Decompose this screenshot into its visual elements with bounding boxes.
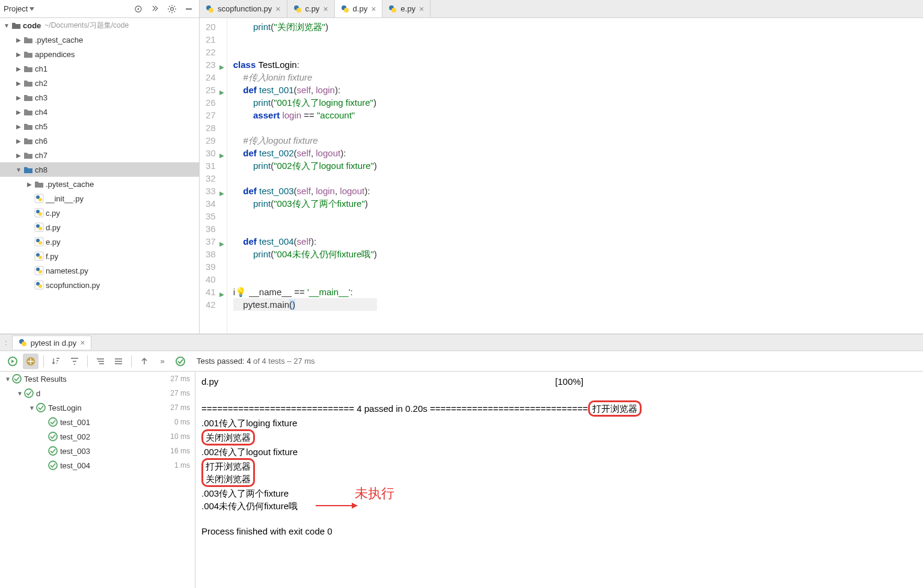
- test-node[interactable]: ▼ d 27 ms: [0, 386, 195, 400]
- python-icon: [19, 338, 27, 347]
- svg-point-6: [38, 198, 42, 201]
- svg-point-43: [49, 447, 57, 455]
- tests-summary: Tests passed: 4 of 4 tests – 27 ms: [197, 357, 315, 366]
- up-icon[interactable]: [136, 354, 152, 369]
- filter-icon[interactable]: [67, 354, 82, 369]
- tree-item[interactable]: ▶ ch2: [0, 76, 199, 90]
- test-node[interactable]: test_001 0 ms: [0, 415, 195, 429]
- svg-point-9: [38, 212, 42, 216]
- svg-point-12: [38, 227, 42, 230]
- tree-item[interactable]: ▶ ch3: [0, 90, 199, 105]
- tree-item[interactable]: d.py: [0, 220, 199, 234]
- pass-summary-icon: [173, 354, 188, 369]
- editor-tab[interactable]: scopfunction.py ×: [200, 0, 287, 17]
- close-icon[interactable]: ×: [275, 4, 280, 14]
- code-area[interactable]: 20212223▶2425▶2627282930▶313233▶34353637…: [200, 18, 923, 334]
- tree-item[interactable]: ▶ .pytest_cache: [0, 177, 199, 191]
- tab-label: c.py: [305, 4, 320, 13]
- test-root[interactable]: ▼ Test Results 27 ms: [0, 372, 195, 386]
- sort-icon[interactable]: [49, 354, 64, 369]
- annotation-text: 未执行: [355, 487, 394, 500]
- run-tab[interactable]: pytest in d.py ×: [12, 335, 92, 349]
- tree-root[interactable]: ▼ code ~/Documents/习题集/code: [0, 18, 199, 32]
- test-node[interactable]: test_004 1 ms: [0, 458, 195, 473]
- tree-item[interactable]: ▶ ch4: [0, 105, 199, 119]
- tree-item[interactable]: ▶ ch1: [0, 61, 199, 76]
- code-editor[interactable]: print("关闭浏览器") class TestLogin: #传入lonin…: [227, 18, 383, 334]
- project-header: Project: [0, 0, 199, 18]
- rerun-icon[interactable]: [5, 354, 20, 369]
- tree-item[interactable]: e.py: [0, 234, 199, 249]
- expand-icon[interactable]: [93, 354, 108, 369]
- svg-point-28: [296, 8, 301, 13]
- editor-tabs: scopfunction.py × c.py × d.py × e.py ×: [200, 0, 923, 18]
- editor-tab[interactable]: d.py ×: [335, 0, 383, 17]
- svg-point-32: [391, 8, 396, 13]
- hide-icon[interactable]: [182, 2, 195, 16]
- run-label-prefix: :: [5, 338, 7, 347]
- tree-item[interactable]: nametest.py: [0, 263, 199, 278]
- project-sidebar: Project ▼ code ~/Documents/习题集/code ▶: [0, 0, 200, 334]
- annotation-box: 关闭浏览器: [201, 429, 255, 446]
- tab-label: d.py: [353, 4, 368, 13]
- test-node[interactable]: test_003 16 ms: [0, 444, 195, 458]
- run-toolbar: » Tests passed: 4 of 4 tests – 27 ms: [0, 351, 923, 372]
- svg-point-42: [49, 432, 57, 441]
- tree-item[interactable]: c.py: [0, 206, 199, 220]
- svg-point-37: [176, 357, 185, 366]
- tree-item[interactable]: ▶ .pytest_cache: [0, 32, 199, 47]
- svg-point-30: [344, 8, 349, 13]
- editor-tab[interactable]: e.py ×: [382, 0, 431, 17]
- close-icon[interactable]: ×: [80, 338, 85, 348]
- svg-point-34: [22, 341, 26, 346]
- svg-point-41: [49, 418, 57, 426]
- test-results-tree[interactable]: ▼ Test Results 27 ms ▼ d 27 ms ▼ TestLog…: [0, 372, 195, 588]
- svg-rect-3: [186, 8, 192, 10]
- svg-point-21: [38, 270, 42, 274]
- svg-point-24: [38, 284, 42, 288]
- tree-item[interactable]: ▶ ch5: [0, 119, 199, 133]
- tree-item[interactable]: __init__.py: [0, 191, 199, 206]
- editor-tab[interactable]: c.py ×: [287, 0, 335, 17]
- project-title[interactable]: Project: [4, 4, 34, 13]
- gutter: 20212223▶2425▶2627282930▶313233▶34353637…: [200, 18, 227, 334]
- svg-point-44: [49, 461, 57, 470]
- tree-item[interactable]: ▼ ch8: [0, 162, 199, 177]
- run-panel: : pytest in d.py × » Tests passed: 4 of …: [0, 334, 923, 588]
- tree-item[interactable]: ▶ appendices: [0, 47, 199, 61]
- more-icon[interactable]: »: [155, 354, 170, 369]
- chevron-down-icon: [29, 7, 34, 11]
- tree-item[interactable]: f.py: [0, 249, 199, 263]
- collapse-icon[interactable]: [111, 354, 126, 369]
- close-icon[interactable]: ×: [419, 4, 424, 14]
- tree-item[interactable]: ▶ ch6: [0, 133, 199, 148]
- close-icon[interactable]: ×: [323, 4, 328, 14]
- expand-all-icon[interactable]: [149, 2, 162, 16]
- annotation-box: 打开浏览器: [588, 400, 642, 417]
- console-output[interactable]: d.py[100%] =============================…: [195, 372, 923, 588]
- tree-item[interactable]: ▶ ch7: [0, 148, 199, 162]
- close-icon[interactable]: ×: [371, 4, 376, 14]
- run-tab-label: pytest in d.py: [31, 338, 77, 348]
- svg-point-38: [13, 375, 21, 383]
- test-node[interactable]: ▼ TestLogin 27 ms: [0, 400, 195, 415]
- gear-icon[interactable]: [165, 2, 179, 16]
- editor-area: scopfunction.py × c.py × d.py × e.py × 2…: [200, 0, 923, 334]
- svg-point-26: [209, 8, 213, 13]
- annotation-box: 打开浏览器关闭浏览器: [201, 458, 255, 487]
- locate-icon[interactable]: [132, 2, 145, 16]
- tree-item[interactable]: scopfunction.py: [0, 278, 199, 292]
- run-tabs: : pytest in d.py ×: [0, 334, 923, 351]
- svg-point-2: [171, 7, 174, 10]
- project-tree[interactable]: ▼ code ~/Documents/习题集/code ▶ .pytest_ca…: [0, 18, 199, 334]
- svg-point-40: [37, 403, 45, 412]
- svg-point-18: [38, 256, 42, 259]
- svg-point-15: [38, 241, 42, 245]
- test-node[interactable]: test_002 10 ms: [0, 429, 195, 444]
- svg-point-1: [138, 8, 140, 10]
- tab-label: e.py: [400, 4, 416, 13]
- tab-label: scopfunction.py: [218, 4, 272, 13]
- toggle-auto-icon[interactable]: [23, 354, 38, 369]
- svg-point-39: [25, 389, 33, 397]
